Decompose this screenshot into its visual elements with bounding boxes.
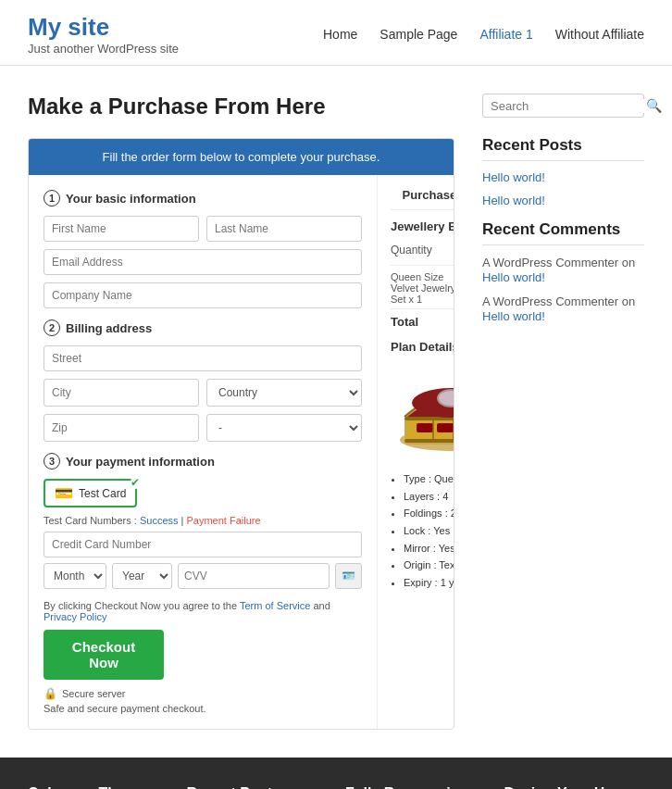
recent-post-1[interactable]: Hello world! <box>482 170 644 184</box>
jewelry-box-svg <box>391 366 454 458</box>
city-country-row: Country <box>44 379 362 407</box>
recent-post-2[interactable]: Hello world! <box>482 194 644 207</box>
secure-label-text: Secure server <box>62 688 125 699</box>
plan-detail-item-0: Type : Queen Size <box>404 470 454 488</box>
plan-detail-item-3: Lock : Yes <box>404 522 454 540</box>
plan-detail-item-6: Expiry : 1 year <box>404 574 454 592</box>
comment2-author: A WordPress Commenter <box>482 294 622 308</box>
recent-posts-list: Hello world! Hello world! <box>482 170 644 207</box>
recent-comments-list: A WordPress Commenter on Hello world! A … <box>482 255 644 323</box>
item-label: Queen Size Velvet Jewelry Set x 1 <box>391 271 454 305</box>
expiry-cvv-row: Month Year 🪪 <box>44 563 362 589</box>
footer-col2: Recent Post Worth A Thousand Words Categ… <box>187 785 328 789</box>
product-name: Jewellery Box <box>391 219 454 233</box>
email-input[interactable] <box>44 249 362 275</box>
form-right-panel: Purchase Details Jewellery Box Quantity … <box>378 175 454 729</box>
search-icon[interactable]: 🔍 <box>646 98 662 113</box>
footer-main: Colorway Theme Footer is widgetized. To … <box>0 758 672 789</box>
test-card-links: Test Card Numbers : Success | Payment Fa… <box>44 515 362 526</box>
footer-col4-title: Design Your Home <box>504 785 645 789</box>
form-body: 1 Your basic information 2 <box>29 175 454 729</box>
step3-num: 3 <box>44 453 60 470</box>
last-name-input[interactable] <box>206 216 362 242</box>
zip-row: - <box>44 414 362 442</box>
content-area: Make a Purchase From Here Fill the order… <box>28 94 454 730</box>
search-input[interactable] <box>491 99 646 113</box>
plan-title: Plan Details <box>391 340 454 354</box>
recent-comment-1: A WordPress Commenter on Hello world! <box>482 255 644 284</box>
footer-col3-title: Fully Responsive <box>345 785 486 789</box>
city-input[interactable] <box>44 379 199 407</box>
form-left-panel: 1 Your basic information 2 <box>29 175 378 729</box>
country-select[interactable]: Country <box>206 379 362 407</box>
plan-detail-item-5: Origin : Texas <box>404 557 454 574</box>
comment1-on: on <box>622 256 635 269</box>
footer-col1-title: Colorway Theme <box>28 785 168 789</box>
footer-col4: Design Your Home Express your creativity… <box>504 785 645 789</box>
price-row: Queen Size Velvet Jewelry Set x 1 $100.0… <box>391 265 454 305</box>
step2-num: 2 <box>44 319 60 336</box>
terms-link[interactable]: Term of Service <box>240 600 310 611</box>
card-method-badge[interactable]: 💳 Test Card ✔ <box>44 479 137 507</box>
step2-text: Billing address <box>66 321 152 335</box>
step3-section: 3 Your payment information 💳 Test Card ✔ <box>44 453 362 589</box>
footer-col1: Colorway Theme Footer is widgetized. To … <box>28 785 168 789</box>
site-header: My site Just another WordPress site Home… <box>0 0 672 66</box>
comment2-link[interactable]: Hello world! <box>482 309 545 323</box>
plan-detail-item-4: Mirror : Yes <box>404 540 454 557</box>
checkout-button[interactable]: Checkout Now <box>44 630 164 680</box>
cvv-input[interactable] <box>178 563 330 589</box>
comment1-link[interactable]: Hello world! <box>482 270 545 284</box>
test-card-label: Test Card Numbers : <box>44 515 137 526</box>
plan-detail-item-1: Layers : 4 <box>404 488 454 506</box>
quantity-label: Quantity <box>391 244 432 257</box>
company-input[interactable] <box>44 282 362 308</box>
product-image <box>391 361 454 463</box>
recent-comments-title: Recent Comments <box>482 220 644 245</box>
step1-text: Your basic information <box>66 192 196 206</box>
nav-sample-page[interactable]: Sample Page <box>380 27 457 42</box>
nav-without-affiliate[interactable]: Without Affiliate <box>555 27 644 42</box>
search-box: 🔍 <box>482 94 644 118</box>
step3-label: 3 Your payment information <box>44 453 362 470</box>
year-select[interactable]: Year <box>112 563 172 589</box>
step2-label: 2 Billing address <box>44 319 362 336</box>
main-content: Make a Purchase From Here Fill the order… <box>0 66 672 758</box>
privacy-link[interactable]: Privacy Policy <box>44 611 106 622</box>
comment1-author: A WordPress Commenter <box>482 256 622 269</box>
svg-rect-4 <box>404 439 454 443</box>
footer: Colorway Theme Footer is widgetized. To … <box>0 758 672 789</box>
street-input[interactable] <box>44 345 362 371</box>
svg-rect-10 <box>437 423 454 432</box>
plan-detail-item-2: Foldings : 2 <box>404 505 454 522</box>
nav-home[interactable]: Home <box>323 27 357 42</box>
step3-text: Your payment information <box>66 455 215 469</box>
svg-rect-9 <box>417 423 433 432</box>
site-title: My site <box>28 13 179 42</box>
site-branding: My site Just another WordPress site <box>28 13 179 56</box>
test-failure-link[interactable]: Payment Failure <box>187 515 261 526</box>
card-icon: 💳 <box>55 484 73 502</box>
terms-text: By clicking Checkout Now you agree to th… <box>44 600 362 622</box>
step2-section: 2 Billing address Country <box>44 319 362 442</box>
quantity-row: Quantity 1 <box>391 241 454 259</box>
month-select[interactable]: Month <box>44 563 106 589</box>
credit-card-input[interactable] <box>44 532 362 557</box>
step1-label: 1 Your basic information <box>44 190 362 207</box>
zip-extra-select[interactable]: - <box>206 414 362 442</box>
site-nav: Home Sample Page Affiliate 1 Without Aff… <box>323 27 644 42</box>
secure-desc: Safe and secure payment checkout. <box>44 703 362 714</box>
step1-num: 1 <box>44 190 60 207</box>
nav-affiliate1[interactable]: Affiliate 1 <box>479 27 532 42</box>
step1-section: 1 Your basic information <box>44 190 362 308</box>
secure-label-row: 🔒 Secure server <box>44 687 362 700</box>
recent-posts-title: Recent Posts <box>482 136 644 161</box>
name-row <box>44 216 362 242</box>
footer-col2-title: Recent Post <box>187 785 328 789</box>
purchase-section-title: Purchase Details <box>391 188 454 210</box>
first-name-input[interactable] <box>44 216 199 242</box>
card-method-label: Test Card <box>79 487 126 500</box>
zip-input[interactable] <box>44 414 199 442</box>
test-success-link[interactable]: Success <box>140 515 179 526</box>
total-row: Total $100.00 <box>391 308 454 329</box>
